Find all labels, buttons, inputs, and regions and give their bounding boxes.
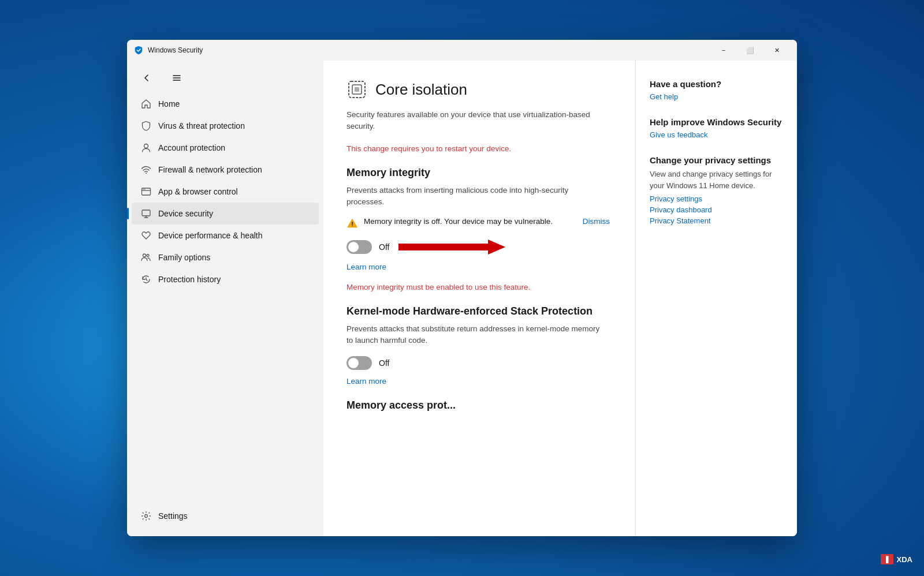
sidebar-item-home-label: Home (158, 99, 180, 109)
app-icon (134, 46, 143, 55)
memory-integrity-toggle-row: Off (346, 238, 612, 256)
heart-icon (141, 230, 151, 241)
close-button[interactable]: ✕ (763, 42, 790, 59)
sidebar-item-history-label: Protection history (158, 275, 221, 284)
sidebar-item-device-security-label: Device security (158, 209, 213, 218)
sidebar-item-device-perf-label: Device performance & health (158, 231, 263, 240)
content-area: Core isolation Security features availab… (323, 61, 635, 536)
back-icon (142, 73, 151, 83)
right-section-improve: Help improve Windows Security Give us fe… (650, 117, 783, 139)
browser-icon (141, 186, 151, 197)
svg-point-1 (146, 173, 147, 174)
sidebar-item-family[interactable]: Family options (132, 246, 319, 268)
history-icon (141, 274, 151, 285)
svg-marker-14 (488, 240, 505, 255)
sidebar-bottom: Settings (127, 505, 323, 536)
title-bar-controls: − ⬜ ✕ (710, 42, 790, 59)
settings-icon (141, 511, 151, 521)
dismiss-button[interactable]: Dismiss (580, 217, 612, 226)
account-icon (141, 143, 151, 153)
kernel-toggle-track (346, 356, 372, 370)
sidebar-item-history[interactable]: Protection history (132, 268, 319, 290)
page-description: Security features available on your devi… (346, 109, 601, 133)
feedback-link[interactable]: Give us feedback (650, 130, 783, 139)
improve-title: Help improve Windows Security (650, 117, 783, 127)
privacy-title: Change your privacy settings (650, 155, 783, 165)
svg-point-12 (352, 226, 353, 227)
nav-list: Home Virus & threat protection (127, 93, 323, 290)
sidebar-item-account-label: Account protection (158, 143, 225, 152)
kernel-protection-toggle[interactable] (346, 356, 372, 370)
home-icon (141, 99, 151, 109)
sidebar-top-controls (127, 65, 323, 93)
red-arrow-container (398, 238, 505, 256)
menu-button[interactable] (166, 68, 187, 88)
memory-integrity-desc: Prevents attacks from inserting maliciou… (346, 185, 601, 208)
warning-icon (346, 218, 358, 229)
memory-integrity-title: Memory integrity (346, 167, 612, 179)
sidebar-item-app-browser-label: App & browser control (158, 187, 238, 196)
kernel-protection-learn-more[interactable]: Learn more (346, 377, 612, 386)
core-isolation-icon (346, 79, 367, 100)
wifi-icon (141, 164, 151, 175)
feature-warning: Memory integrity must be enabled to use … (346, 283, 612, 291)
right-section-privacy: Change your privacy settings View and ch… (650, 155, 783, 225)
window-title: Windows Security (148, 46, 203, 54)
svg-point-4 (144, 189, 146, 190)
settings-label: Settings (158, 511, 188, 521)
svg-point-6 (143, 254, 146, 257)
title-bar: Windows Security − ⬜ ✕ (127, 40, 797, 61)
partial-section-title: Memory access prot... (346, 397, 612, 412)
memory-integrity-toggle[interactable] (346, 240, 372, 254)
right-panel: Have a question? Get help Help improve W… (635, 61, 797, 536)
memory-integrity-learn-more[interactable]: Learn more (346, 263, 612, 271)
page-title: Core isolation (375, 81, 467, 99)
sidebar-item-firewall[interactable]: Firewall & network protection (132, 159, 319, 181)
sidebar-item-family-label: Family options (158, 253, 210, 262)
shield-icon (141, 121, 151, 131)
main-area: Home Virus & threat protection (127, 61, 797, 536)
svg-rect-11 (355, 87, 359, 92)
sidebar-item-firewall-label: Firewall & network protection (158, 165, 262, 174)
kernel-toggle-thumb (348, 358, 359, 368)
back-button[interactable] (136, 68, 157, 88)
red-arrow (398, 238, 505, 256)
sidebar-item-device-security[interactable]: Device security (132, 203, 319, 225)
toggle-thumb (348, 242, 359, 252)
privacy-dashboard-link[interactable]: Privacy dashboard (650, 205, 783, 214)
svg-point-0 (144, 144, 148, 148)
svg-rect-5 (142, 210, 150, 216)
kernel-protection-title: Kernel-mode Hardware-enforced Stack Prot… (346, 305, 612, 317)
svg-point-7 (147, 255, 149, 257)
kernel-protection-desc: Prevents attacks that substitute return … (346, 323, 601, 347)
sidebar-item-virus[interactable]: Virus & threat protection (132, 115, 319, 137)
minimize-button[interactable]: − (710, 42, 737, 59)
sidebar-item-home[interactable]: Home (132, 93, 319, 115)
xda-watermark: ❚ XDA (881, 554, 912, 564)
xda-text: XDA (897, 555, 912, 564)
memory-integrity-toggle-label: Off (379, 242, 389, 252)
sidebar-item-account[interactable]: Account protection (132, 137, 319, 159)
privacy-description: View and change privacy settings for you… (650, 169, 783, 191)
title-bar-left: Windows Security (134, 46, 203, 55)
device-security-icon (141, 208, 151, 219)
svg-rect-13 (398, 244, 488, 250)
hamburger-icon (172, 73, 181, 83)
windows-security-window: Windows Security − ⬜ ✕ (127, 40, 797, 536)
kernel-protection-toggle-row: Off (346, 356, 612, 370)
sidebar-item-settings[interactable]: Settings (132, 505, 319, 527)
get-help-link[interactable]: Get help (650, 92, 783, 101)
sidebar: Home Virus & threat protection (127, 61, 323, 536)
privacy-settings-link[interactable]: Privacy settings (650, 195, 783, 203)
sidebar-item-device-perf[interactable]: Device performance & health (132, 225, 319, 246)
svg-point-8 (145, 515, 148, 518)
svg-point-3 (143, 189, 144, 190)
right-section-help: Have a question? Get help (650, 79, 783, 101)
memory-integrity-warning-text: Memory integrity is off. Your device may… (364, 217, 575, 226)
help-title: Have a question? (650, 79, 783, 89)
sidebar-item-virus-label: Virus & threat protection (158, 121, 245, 130)
xda-badge: ❚ (881, 554, 893, 564)
privacy-statement-link[interactable]: Privacy Statement (650, 216, 783, 225)
sidebar-item-app-browser[interactable]: App & browser control (132, 181, 319, 203)
maximize-button[interactable]: ⬜ (737, 42, 763, 59)
